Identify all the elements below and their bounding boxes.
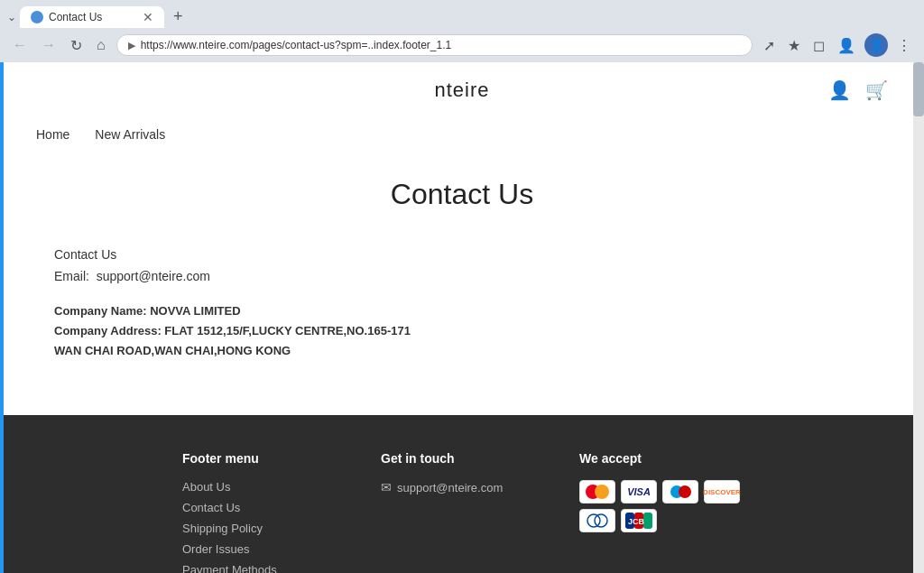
- maestro-circles: [670, 485, 691, 498]
- forward-button[interactable]: →: [38, 35, 60, 55]
- footer-payment-title: We accept: [579, 451, 742, 466]
- nav-new-arrivals[interactable]: New Arrivals: [95, 127, 165, 142]
- tab-favicon: [31, 11, 43, 23]
- payment-card-diners: [579, 509, 615, 532]
- payment-cards-grid: VISA DISCOVER: [579, 480, 742, 532]
- scroll-area: nteire 👤 🛒 Home New Arrivals Contact Us …: [0, 62, 924, 573]
- mc-right-circle: [595, 485, 609, 499]
- header-icons: 👤 🛒: [828, 79, 888, 101]
- email-link[interactable]: support@nteire.com: [97, 269, 210, 283]
- email-envelope-icon: ✉: [381, 480, 392, 494]
- main-content: Contact Us Contact Us Email: support@nte…: [0, 151, 924, 415]
- diners-svg: [585, 513, 610, 529]
- share-icon[interactable]: ➚: [760, 35, 779, 56]
- footer-touch-col: Get in touch ✉ support@nteire.com: [381, 451, 525, 573]
- footer-touch-email-row: ✉ support@nteire.com: [381, 480, 525, 494]
- footer-link-about[interactable]: About Us: [182, 480, 327, 494]
- jcb-svg: JCB: [624, 512, 653, 530]
- payment-card-visa: VISA: [621, 480, 657, 504]
- site-logo: nteire: [434, 79, 489, 102]
- browser-window: ⌄ Contact Us ✕ + ← → ↻ ⌂ ▶ https://www.n…: [0, 0, 924, 62]
- address-text: https://www.nteire.com/pages/contact-us?…: [141, 39, 741, 51]
- payment-card-mastercard: [579, 480, 615, 504]
- svg-rect-4: [643, 513, 652, 529]
- bookmark-icon[interactable]: ★: [784, 35, 804, 56]
- profile-icon[interactable]: 👤: [834, 35, 859, 56]
- footer-email-link[interactable]: support@nteire.com: [397, 481, 503, 494]
- contact-section: Contact Us Email: support@nteire.com: [54, 247, 870, 283]
- browser-tab[interactable]: Contact Us ✕: [20, 6, 164, 28]
- mae-right-circle: [679, 485, 691, 498]
- contact-email-line: Email: support@nteire.com: [54, 269, 870, 283]
- browser-title-bar: ⌄ Contact Us ✕ +: [0, 0, 924, 28]
- browser-controls: ← → ↻ ⌂ ▶ https://www.nteire.com/pages/c…: [0, 28, 924, 62]
- footer-link-contact[interactable]: Contact Us: [182, 501, 327, 514]
- scrollbar-thumb[interactable]: [913, 62, 924, 116]
- email-label: Email:: [54, 269, 89, 283]
- scrollbar[interactable]: [913, 62, 924, 573]
- footer-link-payment[interactable]: Payment Methods: [182, 563, 327, 573]
- contact-section-title: Contact Us: [54, 247, 870, 262]
- svg-text:JCB: JCB: [628, 517, 645, 526]
- account-icon[interactable]: 👤: [828, 79, 851, 101]
- discover-text: DISCOVER: [703, 488, 741, 496]
- footer-payment-col: We accept VISA: [579, 451, 742, 573]
- home-button[interactable]: ⌂: [93, 35, 109, 55]
- company-address-line1: Company Address: FLAT 1512,15/F,LUCKY CE…: [54, 321, 870, 341]
- site-nav: Home New Arrivals: [0, 118, 924, 151]
- payment-card-jcb: JCB: [621, 509, 657, 532]
- cart-icon[interactable]: 🛒: [865, 79, 888, 101]
- new-tab-button[interactable]: +: [168, 5, 189, 28]
- page-title: Contact Us: [54, 178, 870, 211]
- address-bar[interactable]: ▶ https://www.nteire.com/pages/contact-u…: [116, 34, 753, 56]
- payment-card-maestro: [662, 480, 698, 504]
- page-wrapper: nteire 👤 🛒 Home New Arrivals Contact Us …: [0, 62, 924, 573]
- tab-title: Contact Us: [49, 11, 102, 23]
- payment-card-discover: DISCOVER: [704, 480, 740, 504]
- footer-link-shipping[interactable]: Shipping Policy: [182, 522, 327, 535]
- site-header: nteire 👤 🛒: [0, 62, 924, 118]
- footer-touch-title: Get in touch: [381, 451, 525, 466]
- nav-home[interactable]: Home: [36, 127, 69, 142]
- menu-icon[interactable]: ⋮: [893, 35, 915, 56]
- company-address-line2: WAN CHAI ROAD,WAN CHAI,HONG KONG: [54, 341, 870, 361]
- left-accent-bar: [0, 62, 4, 573]
- visa-text: VISA: [627, 486, 651, 497]
- footer-link-orders[interactable]: Order Issues: [182, 542, 327, 556]
- site-footer: Footer menu About Us Contact Us Shipping…: [0, 415, 924, 573]
- tab-list-button[interactable]: ⌄: [7, 11, 16, 23]
- svg-point-1: [595, 514, 607, 527]
- footer-menu-col: Footer menu About Us Contact Us Shipping…: [182, 451, 327, 573]
- extensions-icon[interactable]: ◻: [809, 35, 828, 56]
- svg-point-0: [587, 514, 600, 527]
- tab-close-button[interactable]: ✕: [143, 10, 153, 24]
- reload-button[interactable]: ↻: [67, 35, 86, 56]
- back-button[interactable]: ←: [9, 35, 31, 55]
- user-account-icon[interactable]: 👤: [864, 33, 888, 57]
- footer-menu-title: Footer menu: [182, 451, 327, 466]
- company-info: Company Name: NOVVA LIMITED Company Addr…: [54, 301, 870, 361]
- address-lock-icon: ▶: [128, 40, 135, 51]
- company-name: Company Name: NOVVA LIMITED: [54, 301, 870, 321]
- browser-right-icons: ➚ ★ ◻ 👤 👤 ⋮: [760, 33, 915, 57]
- mastercard-circles: [586, 485, 609, 499]
